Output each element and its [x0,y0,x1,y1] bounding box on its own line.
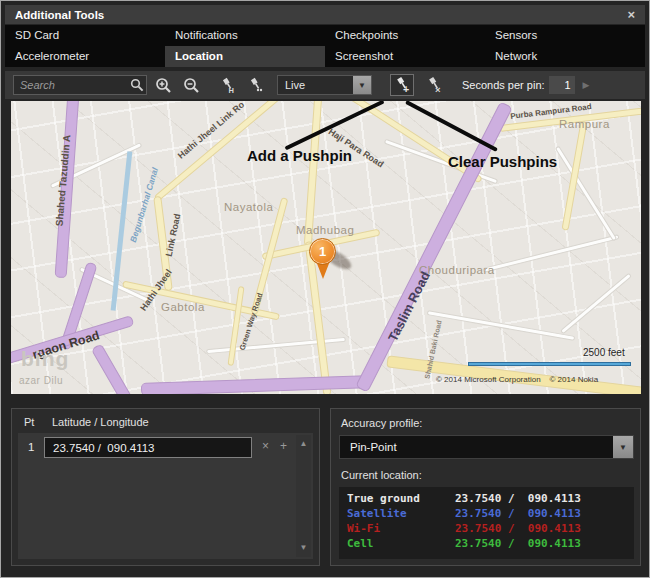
tab-sensors[interactable]: Sensors [485,25,645,46]
delete-point-icon[interactable]: × [262,440,269,452]
close-icon[interactable]: × [627,8,635,21]
chevron-down-icon[interactable]: ▼ [613,436,633,458]
tab-screenshot[interactable]: Screenshot [325,46,485,67]
scroll-up-icon[interactable]: ▲ [296,437,311,451]
accuracy-panel: Accuracy profile: Pin-Point ▼ Current lo… [330,408,641,566]
tab-checkpoints[interactable]: Checkpoints [325,25,485,46]
area-label: Rampura [559,118,610,130]
column-header-pt: Pt [24,416,34,428]
seconds-per-pin-label: Seconds per pin: [462,79,545,91]
svg-text:H: H [228,85,233,94]
seconds-per-pin-input[interactable] [549,76,575,94]
zoom-in-button[interactable] [151,74,175,96]
row-value: 23.7540 / 090.4113 [455,521,581,536]
tab-notifications[interactable]: Notifications [165,25,325,46]
area-label: Madhubag [296,224,354,236]
search-input[interactable] [13,75,147,95]
current-location-label: Current location: [341,469,422,481]
row-value: 23.7540 / 090.4113 [455,506,581,521]
table-row: Cell 23.7540 / 090.4113 [347,536,634,551]
zoom-out-button[interactable] [179,74,203,96]
road-segment [91,343,141,394]
area-label: azar Dilu [19,375,63,386]
add-pushpin-button[interactable]: + [390,74,414,96]
area-label: Nayatola [224,201,273,213]
center-on-pushpin-icon[interactable]: H [215,74,239,96]
tab-row-1: SD Card Notifications Checkpoints Sensor… [5,25,645,46]
accuracy-profile-label: Accuracy profile: [341,417,422,429]
pushpin-list-panel: Pt Latitude / Longitude 1 × + ▲ ▼ [11,408,320,566]
tab-strip: SD Card Notifications Checkpoints Sensor… [5,25,645,67]
search-box [13,75,147,95]
area-label: Gabtola [161,301,205,313]
table-row: Satellite 23.7540 / 090.4113 [347,506,634,521]
column-header-latlong: Latitude / Longitude [52,416,149,428]
svg-text:×: × [435,84,441,94]
accuracy-profile-dropdown[interactable]: Pin-Point ▼ [339,435,634,459]
scale-bar [468,362,631,366]
road-segment [482,234,619,273]
title-bar: Additional Tools × [5,5,645,24]
map-toolbar: H Live ▼ + × Seconds per pin: ▶ [5,71,645,99]
scroll-down-icon[interactable]: ▼ [296,541,311,555]
add-point-icon[interactable]: + [280,440,287,452]
row-label: True ground [347,491,455,506]
road-segment [562,121,588,231]
search-icon [130,78,144,96]
table-row: True ground 23.7540 / 090.4113 [347,491,634,506]
annotation-add-pushpin: Add a Pushpin [247,147,352,164]
row-label: Satellite [347,506,455,521]
road-label: Taslim Road [380,259,439,355]
scale-label: 2500 feet [583,347,625,358]
tab-location[interactable]: Location [165,46,325,67]
svg-text:+: + [403,83,409,94]
bing-logo: bing [21,347,69,371]
tab-row-2: Accelerometer Location Screenshot Networ… [5,46,645,67]
road-segment [560,273,632,335]
pushpin-1[interactable]: 1 [309,238,336,265]
tab-sd-card[interactable]: SD Card [5,25,165,46]
row-label: Wi-Fi [347,521,455,536]
row-label: Cell [347,536,455,551]
pushpin-list: 1 × + ▲ ▼ [18,433,313,559]
annotation-clear-pushpins: Clear Pushpins [448,153,557,170]
map-copyright: © 2014 Microsoft Corporation © 2014 Noki… [436,375,598,384]
mode-dropdown[interactable]: Live ▼ [277,75,372,95]
clear-pushpins-button[interactable]: × [422,74,446,96]
point-number: 1 [28,441,34,453]
mode-dropdown-value: Live [278,79,353,91]
scrollbar[interactable]: ▲ ▼ [296,435,311,557]
current-location-table: True ground 23.7540 / 090.4113 Satellite… [339,487,634,559]
road-segment [141,375,371,394]
play-pins-icon[interactable]: ▶ [583,80,590,90]
window-title: Additional Tools [15,9,104,21]
tab-accelerometer[interactable]: Accelerometer [5,46,165,67]
tab-network[interactable]: Network [485,46,645,67]
map-canvas[interactable]: Shahed Tazuddin A Hathi Jheel Link Ro Li… [11,101,641,394]
chevron-down-icon[interactable]: ▼ [353,76,371,94]
row-value: 23.7540 / 090.4113 [455,491,581,506]
accuracy-profile-value: Pin-Point [340,441,613,453]
latlong-input[interactable] [44,437,252,458]
center-on-location-icon[interactable] [243,74,267,96]
row-value: 23.7540 / 090.4113 [455,536,581,551]
table-row: Wi-Fi 23.7540 / 090.4113 [347,521,634,536]
additional-tools-window: Additional Tools × SD Card Notifications… [0,0,650,578]
road-segment [427,310,576,341]
